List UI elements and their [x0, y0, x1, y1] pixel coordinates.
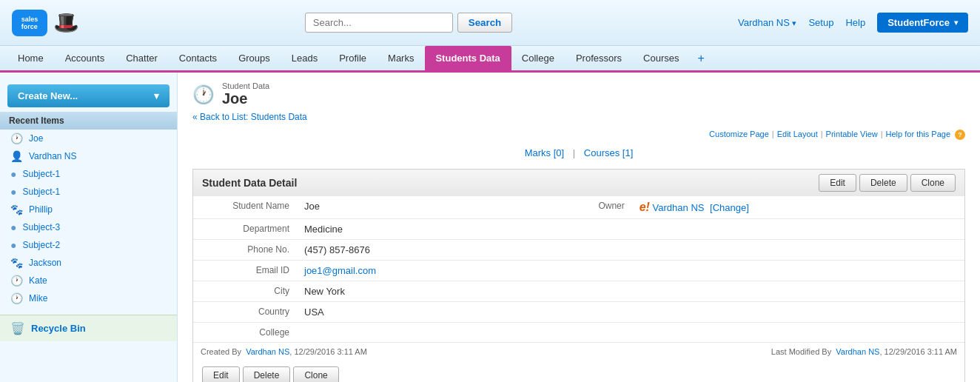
top-header: salesforce 🎩 Search Vardhan NS ▾ Setup H…: [0, 0, 980, 46]
recent-items-header: Recent Items: [0, 112, 177, 130]
courses-link[interactable]: Courses [1]: [584, 147, 633, 158]
list-item[interactable]: ● Subject-1: [0, 165, 177, 183]
nav-bar: Home Accounts Chatter Contacts Groups Le…: [0, 46, 980, 73]
sidebar-item-phillip[interactable]: Phillip: [29, 204, 53, 215]
detail-table: Student Name Joe Owner e! Vardhan NS [Ch…: [193, 196, 964, 343]
breadcrumb[interactable]: « Back to List: Students Data: [192, 112, 965, 122]
nav-groups[interactable]: Groups: [228, 46, 281, 70]
created-by-link[interactable]: Vardhan NS: [246, 347, 289, 356]
recycle-bin-label: Recycle Bin: [31, 323, 86, 334]
list-item[interactable]: ● Subject-2: [0, 236, 177, 254]
help-for-page-link[interactable]: Help for this Page: [886, 130, 950, 140]
nav-courses[interactable]: Courses: [633, 46, 690, 70]
list-item[interactable]: ● Subject-3: [0, 218, 177, 236]
edit-layout-link[interactable]: Edit Layout: [777, 130, 818, 140]
nav-students-data[interactable]: Students Data: [425, 46, 511, 70]
dot-icon-4: ●: [10, 239, 16, 251]
help-link[interactable]: Help: [845, 17, 865, 28]
dot-icon-1: ●: [10, 168, 16, 180]
marks-link[interactable]: Marks [0]: [525, 147, 564, 158]
clock-icon-3: 🕐: [10, 292, 23, 304]
list-item[interactable]: 🕐 Mike: [0, 289, 177, 307]
owner-link[interactable]: Vardhan NS: [653, 202, 705, 213]
dot-icon-2: ●: [10, 186, 16, 198]
nav-professors[interactable]: Professors: [565, 46, 633, 70]
phone-value: (457) 857-8676: [297, 240, 528, 261]
page-title-row: 🕐 Student Data Joe: [192, 81, 965, 107]
city-label: City: [193, 281, 297, 302]
dot-icon-3: ●: [10, 221, 16, 233]
student-icon: 🕐: [192, 84, 215, 105]
sidebar: Create New... ▾ Recent Items 🕐 Joe 👤 Var…: [0, 73, 178, 382]
sidebar-item-vardhan[interactable]: Vardhan NS: [29, 151, 76, 161]
nav-marks[interactable]: Marks: [377, 46, 425, 70]
modified-by-section: Last Modified By Vardhan NS, 12/29/2016 …: [771, 347, 957, 356]
action-buttons: Edit Delete Clone: [819, 174, 956, 192]
search-area: Search: [305, 13, 512, 33]
delete-button[interactable]: Delete: [859, 174, 907, 192]
list-item[interactable]: 🐾 Phillip: [0, 201, 177, 218]
owner-label: Owner: [528, 196, 632, 219]
list-item[interactable]: 🐾 Jackson: [0, 254, 177, 272]
user-dropdown[interactable]: Vardhan NS ▾: [738, 17, 796, 28]
email-link[interactable]: joe1@gmail.com: [304, 265, 376, 276]
sidebar-item-subject2[interactable]: Subject-2: [22, 240, 60, 250]
delete-button-bottom[interactable]: Delete: [243, 366, 291, 382]
mascot-icon: 🎩: [53, 10, 79, 35]
nav-contacts[interactable]: Contacts: [169, 46, 228, 70]
sidebar-item-kate[interactable]: Kate: [29, 275, 47, 286]
paw-icon: 🐾: [10, 204, 23, 215]
sidebar-item-subject1a[interactable]: Subject-1: [22, 169, 60, 179]
logo-area: salesforce 🎩: [12, 10, 79, 36]
page-subtitle: Student Data: [222, 81, 269, 90]
salesforce-logo: salesforce: [12, 10, 47, 36]
main-container: Create New... ▾ Recent Items 🕐 Joe 👤 Var…: [0, 73, 980, 382]
nav-college[interactable]: College: [511, 46, 565, 70]
owner-value: e! Vardhan NS [Change]: [632, 196, 964, 219]
create-new-button[interactable]: Create New... ▾: [7, 84, 170, 107]
help-icon: ?: [955, 130, 965, 140]
clone-button[interactable]: Clone: [910, 174, 956, 192]
recycle-bin[interactable]: 🗑️ Recycle Bin: [0, 315, 177, 341]
clock-icon: 🕐: [10, 133, 23, 144]
nav-profile[interactable]: Profile: [329, 46, 377, 70]
nav-leads[interactable]: Leads: [281, 46, 329, 70]
owner-change-link[interactable]: [Change]: [710, 202, 749, 213]
nav-accounts[interactable]: Accounts: [55, 46, 115, 70]
clone-button-bottom[interactable]: Clone: [293, 366, 338, 382]
clock-icon-2: 🕐: [10, 275, 23, 286]
list-item[interactable]: 👤 Vardhan NS: [0, 147, 177, 165]
table-row: Student Name Joe Owner e! Vardhan NS [Ch…: [193, 196, 964, 219]
app-dropdown-arrow: ▾: [954, 19, 958, 27]
sidebar-item-joe[interactable]: Joe: [29, 133, 43, 144]
search-button[interactable]: Search: [457, 13, 512, 33]
student-name-value: Joe: [297, 196, 528, 219]
nav-chatter[interactable]: Chatter: [115, 46, 169, 70]
edit-button-bottom[interactable]: Edit: [202, 366, 240, 382]
detail-section: Student Data Detail Edit Delete Clone St…: [192, 169, 965, 382]
table-row: Email ID joe1@gmail.com: [193, 261, 964, 281]
sidebar-item-mike[interactable]: Mike: [29, 293, 47, 304]
modified-date: 12/29/2016 3:11 AM: [885, 347, 957, 356]
nav-more[interactable]: +: [691, 46, 712, 70]
sidebar-item-jackson[interactable]: Jackson: [29, 258, 61, 268]
table-row: Department Medicine: [193, 219, 964, 240]
sidebar-item-subject3[interactable]: Subject-3: [22, 222, 60, 232]
list-item[interactable]: 🕐 Joe: [0, 130, 177, 147]
printable-view-link[interactable]: Printable View: [826, 130, 878, 140]
footer-row: Created By Vardhan NS, 12/29/2016 3:11 A…: [193, 343, 964, 361]
list-item[interactable]: ● Subject-1: [0, 183, 177, 201]
customize-page-link[interactable]: Customize Page: [709, 130, 769, 140]
list-item[interactable]: 🕐 Kate: [0, 272, 177, 289]
table-row: College: [193, 323, 964, 343]
setup-link[interactable]: Setup: [808, 17, 833, 28]
department-label: Department: [193, 219, 297, 240]
modified-by-link[interactable]: Vardhan NS: [836, 347, 879, 356]
country-value: USA: [297, 302, 528, 323]
nav-home[interactable]: Home: [7, 46, 55, 70]
search-input[interactable]: [305, 13, 453, 33]
page-actions: Customize Page | Edit Layout | Printable…: [192, 130, 965, 140]
app-switcher[interactable]: StudentForce ▾: [877, 13, 968, 33]
sidebar-item-subject1b[interactable]: Subject-1: [22, 187, 60, 197]
edit-button[interactable]: Edit: [819, 174, 856, 192]
